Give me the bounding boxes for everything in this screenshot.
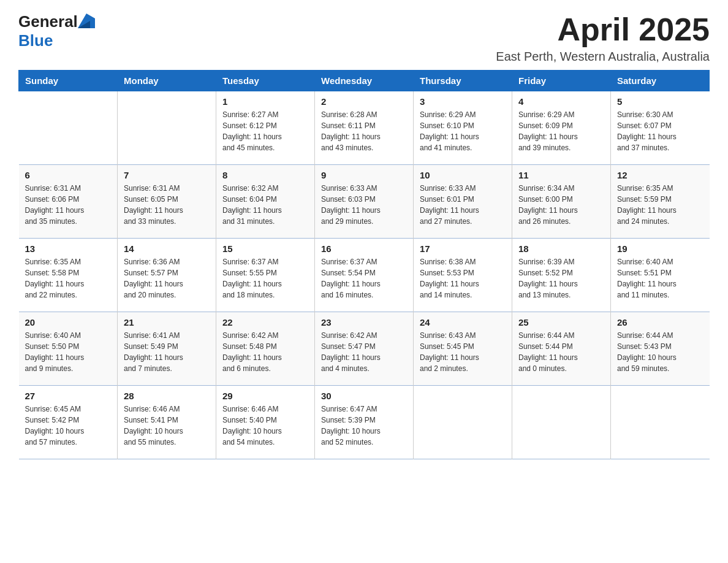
day-number: 1 <box>222 96 308 107</box>
day-info: Sunrise: 6:34 AM Sunset: 6:00 PM Dayligh… <box>518 183 604 227</box>
day-number: 30 <box>321 391 407 401</box>
day-number: 12 <box>617 170 703 180</box>
day-info: Sunrise: 6:29 AM Sunset: 6:09 PM Dayligh… <box>518 109 604 153</box>
calendar-cell <box>19 91 118 165</box>
calendar-cell <box>611 386 710 459</box>
calendar-cell: 6Sunrise: 6:31 AM Sunset: 6:06 PM Daylig… <box>19 165 118 239</box>
month-title: April 2025 <box>496 12 710 47</box>
calendar-cell: 1Sunrise: 6:27 AM Sunset: 6:12 PM Daylig… <box>216 91 315 165</box>
day-number: 2 <box>321 96 407 107</box>
day-info: Sunrise: 6:31 AM Sunset: 6:06 PM Dayligh… <box>25 183 112 227</box>
day-number: 3 <box>420 96 506 107</box>
calendar-cell: 7Sunrise: 6:31 AM Sunset: 6:05 PM Daylig… <box>118 165 216 239</box>
day-info: Sunrise: 6:39 AM Sunset: 5:52 PM Dayligh… <box>518 256 604 301</box>
calendar-cell: 20Sunrise: 6:40 AM Sunset: 5:50 PM Dayli… <box>19 312 118 386</box>
day-number: 9 <box>321 170 407 180</box>
calendar-week-row: 27Sunrise: 6:45 AM Sunset: 5:42 PM Dayli… <box>19 386 710 459</box>
calendar-cell: 26Sunrise: 6:44 AM Sunset: 5:43 PM Dayli… <box>611 312 710 386</box>
calendar-cell: 21Sunrise: 6:41 AM Sunset: 5:49 PM Dayli… <box>118 312 216 386</box>
calendar-week-row: 20Sunrise: 6:40 AM Sunset: 5:50 PM Dayli… <box>19 312 710 386</box>
calendar-cell: 2Sunrise: 6:28 AM Sunset: 6:11 PM Daylig… <box>315 91 414 165</box>
weekday-header-wednesday: Wednesday <box>315 71 414 91</box>
calendar-cell: 27Sunrise: 6:45 AM Sunset: 5:42 PM Dayli… <box>19 386 118 459</box>
day-info: Sunrise: 6:44 AM Sunset: 5:44 PM Dayligh… <box>518 330 604 374</box>
weekday-header-monday: Monday <box>118 71 216 91</box>
day-info: Sunrise: 6:29 AM Sunset: 6:10 PM Dayligh… <box>420 109 506 153</box>
day-number: 28 <box>124 391 210 401</box>
weekday-header-saturday: Saturday <box>611 71 710 91</box>
day-number: 18 <box>518 243 604 254</box>
calendar-cell: 9Sunrise: 6:33 AM Sunset: 6:03 PM Daylig… <box>315 165 414 239</box>
day-info: Sunrise: 6:46 AM Sunset: 5:40 PM Dayligh… <box>222 404 308 448</box>
logo: General Blue <box>18 12 95 50</box>
day-info: Sunrise: 6:44 AM Sunset: 5:43 PM Dayligh… <box>617 330 703 374</box>
weekday-header-sunday: Sunday <box>19 71 118 91</box>
calendar-table: SundayMondayTuesdayWednesdayThursdayFrid… <box>18 70 710 459</box>
day-info: Sunrise: 6:37 AM Sunset: 5:55 PM Dayligh… <box>222 256 308 301</box>
day-info: Sunrise: 6:40 AM Sunset: 5:51 PM Dayligh… <box>617 256 703 301</box>
calendar-cell: 17Sunrise: 6:38 AM Sunset: 5:53 PM Dayli… <box>414 239 512 312</box>
calendar-cell: 15Sunrise: 6:37 AM Sunset: 5:55 PM Dayli… <box>216 239 315 312</box>
day-number: 7 <box>124 170 210 180</box>
calendar-cell: 8Sunrise: 6:32 AM Sunset: 6:04 PM Daylig… <box>216 165 315 239</box>
logo-text: General Blue <box>18 12 95 50</box>
calendar-cell <box>118 91 216 165</box>
day-info: Sunrise: 6:30 AM Sunset: 6:07 PM Dayligh… <box>617 109 703 153</box>
day-info: Sunrise: 6:46 AM Sunset: 5:41 PM Dayligh… <box>124 404 210 448</box>
day-info: Sunrise: 6:32 AM Sunset: 6:04 PM Dayligh… <box>222 183 308 227</box>
calendar-cell: 25Sunrise: 6:44 AM Sunset: 5:44 PM Dayli… <box>512 312 611 386</box>
day-info: Sunrise: 6:41 AM Sunset: 5:49 PM Dayligh… <box>124 330 210 374</box>
day-info: Sunrise: 6:36 AM Sunset: 5:57 PM Dayligh… <box>124 256 210 301</box>
calendar-cell: 10Sunrise: 6:33 AM Sunset: 6:01 PM Dayli… <box>414 165 512 239</box>
day-info: Sunrise: 6:42 AM Sunset: 5:48 PM Dayligh… <box>222 330 308 374</box>
weekday-header-thursday: Thursday <box>414 71 512 91</box>
day-info: Sunrise: 6:33 AM Sunset: 6:03 PM Dayligh… <box>321 183 407 227</box>
calendar-cell: 14Sunrise: 6:36 AM Sunset: 5:57 PM Dayli… <box>118 239 216 312</box>
title-area: April 2025 East Perth, Western Australia… <box>496 12 710 64</box>
day-number: 24 <box>420 317 506 327</box>
calendar-header-row: SundayMondayTuesdayWednesdayThursdayFrid… <box>19 71 710 91</box>
day-info: Sunrise: 6:45 AM Sunset: 5:42 PM Dayligh… <box>25 404 112 448</box>
calendar-cell: 18Sunrise: 6:39 AM Sunset: 5:52 PM Dayli… <box>512 239 611 312</box>
day-number: 23 <box>321 317 407 327</box>
day-info: Sunrise: 6:28 AM Sunset: 6:11 PM Dayligh… <box>321 109 407 153</box>
day-number: 22 <box>222 317 308 327</box>
calendar-week-row: 13Sunrise: 6:35 AM Sunset: 5:58 PM Dayli… <box>19 239 710 312</box>
day-number: 21 <box>124 317 210 327</box>
day-number: 19 <box>617 243 703 254</box>
calendar-cell: 30Sunrise: 6:47 AM Sunset: 5:39 PM Dayli… <box>315 386 414 459</box>
day-number: 5 <box>617 96 703 107</box>
day-number: 10 <box>420 170 506 180</box>
day-info: Sunrise: 6:33 AM Sunset: 6:01 PM Dayligh… <box>420 183 506 227</box>
day-number: 27 <box>25 391 112 401</box>
logo-icon <box>78 13 95 28</box>
day-info: Sunrise: 6:43 AM Sunset: 5:45 PM Dayligh… <box>420 330 506 374</box>
day-number: 20 <box>25 317 112 327</box>
calendar-cell: 13Sunrise: 6:35 AM Sunset: 5:58 PM Dayli… <box>19 239 118 312</box>
calendar-cell: 5Sunrise: 6:30 AM Sunset: 6:07 PM Daylig… <box>611 91 710 165</box>
day-info: Sunrise: 6:38 AM Sunset: 5:53 PM Dayligh… <box>420 256 506 301</box>
day-number: 8 <box>222 170 308 180</box>
calendar-cell: 23Sunrise: 6:42 AM Sunset: 5:47 PM Dayli… <box>315 312 414 386</box>
calendar-cell: 4Sunrise: 6:29 AM Sunset: 6:09 PM Daylig… <box>512 91 611 165</box>
day-number: 11 <box>518 170 604 180</box>
day-number: 14 <box>124 243 210 254</box>
calendar-week-row: 1Sunrise: 6:27 AM Sunset: 6:12 PM Daylig… <box>19 91 710 165</box>
day-info: Sunrise: 6:37 AM Sunset: 5:54 PM Dayligh… <box>321 256 407 301</box>
day-number: 25 <box>518 317 604 327</box>
calendar-cell: 11Sunrise: 6:34 AM Sunset: 6:00 PM Dayli… <box>512 165 611 239</box>
calendar-cell: 24Sunrise: 6:43 AM Sunset: 5:45 PM Dayli… <box>414 312 512 386</box>
day-number: 13 <box>25 243 112 254</box>
day-info: Sunrise: 6:40 AM Sunset: 5:50 PM Dayligh… <box>25 330 112 374</box>
logo-general: General <box>18 12 78 31</box>
day-info: Sunrise: 6:35 AM Sunset: 5:59 PM Dayligh… <box>617 183 703 227</box>
page-header: General Blue April 2025 East Perth, West… <box>18 12 710 64</box>
day-number: 15 <box>222 243 308 254</box>
calendar-cell: 22Sunrise: 6:42 AM Sunset: 5:48 PM Dayli… <box>216 312 315 386</box>
day-info: Sunrise: 6:42 AM Sunset: 5:47 PM Dayligh… <box>321 330 407 374</box>
weekday-header-friday: Friday <box>512 71 611 91</box>
day-number: 17 <box>420 243 506 254</box>
calendar-cell: 19Sunrise: 6:40 AM Sunset: 5:51 PM Dayli… <box>611 239 710 312</box>
logo-blue: Blue <box>18 31 53 50</box>
day-number: 16 <box>321 243 407 254</box>
